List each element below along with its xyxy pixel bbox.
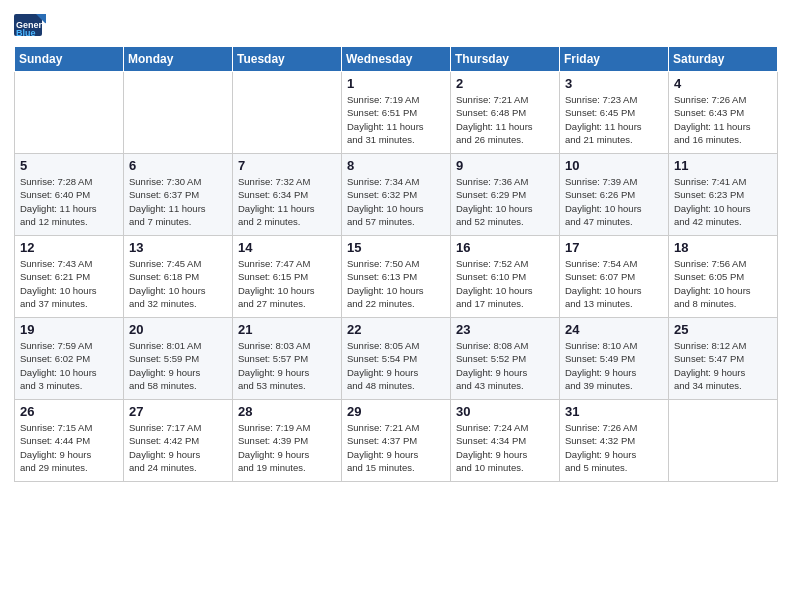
day-info: Sunrise: 7:47 AM Sunset: 6:15 PM Dayligh…	[238, 257, 336, 310]
day-info: Sunrise: 7:26 AM Sunset: 6:43 PM Dayligh…	[674, 93, 772, 146]
logo-icon: General Blue	[14, 14, 46, 40]
calendar-cell: 15Sunrise: 7:50 AM Sunset: 6:13 PM Dayli…	[342, 236, 451, 318]
day-number: 23	[456, 322, 554, 337]
calendar-cell: 7Sunrise: 7:32 AM Sunset: 6:34 PM Daylig…	[233, 154, 342, 236]
day-info: Sunrise: 7:26 AM Sunset: 4:32 PM Dayligh…	[565, 421, 663, 474]
logo: General Blue	[14, 14, 46, 40]
calendar-week-row: 26Sunrise: 7:15 AM Sunset: 4:44 PM Dayli…	[15, 400, 778, 482]
calendar-cell	[233, 72, 342, 154]
day-info: Sunrise: 7:30 AM Sunset: 6:37 PM Dayligh…	[129, 175, 227, 228]
day-info: Sunrise: 7:28 AM Sunset: 6:40 PM Dayligh…	[20, 175, 118, 228]
calendar-week-row: 19Sunrise: 7:59 AM Sunset: 6:02 PM Dayli…	[15, 318, 778, 400]
calendar-cell: 10Sunrise: 7:39 AM Sunset: 6:26 PM Dayli…	[560, 154, 669, 236]
day-number: 22	[347, 322, 445, 337]
day-info: Sunrise: 7:17 AM Sunset: 4:42 PM Dayligh…	[129, 421, 227, 474]
day-number: 29	[347, 404, 445, 419]
day-info: Sunrise: 7:19 AM Sunset: 4:39 PM Dayligh…	[238, 421, 336, 474]
day-number: 19	[20, 322, 118, 337]
calendar-cell: 6Sunrise: 7:30 AM Sunset: 6:37 PM Daylig…	[124, 154, 233, 236]
day-number: 13	[129, 240, 227, 255]
weekday-header: Saturday	[669, 47, 778, 72]
calendar-cell: 24Sunrise: 8:10 AM Sunset: 5:49 PM Dayli…	[560, 318, 669, 400]
page-container: General Blue SundayMondayTuesdayWednesda…	[0, 0, 792, 612]
day-number: 15	[347, 240, 445, 255]
day-info: Sunrise: 7:15 AM Sunset: 4:44 PM Dayligh…	[20, 421, 118, 474]
day-info: Sunrise: 7:34 AM Sunset: 6:32 PM Dayligh…	[347, 175, 445, 228]
day-info: Sunrise: 7:56 AM Sunset: 6:05 PM Dayligh…	[674, 257, 772, 310]
weekday-header: Sunday	[15, 47, 124, 72]
calendar-cell: 9Sunrise: 7:36 AM Sunset: 6:29 PM Daylig…	[451, 154, 560, 236]
calendar-cell: 11Sunrise: 7:41 AM Sunset: 6:23 PM Dayli…	[669, 154, 778, 236]
calendar-week-row: 12Sunrise: 7:43 AM Sunset: 6:21 PM Dayli…	[15, 236, 778, 318]
day-number: 26	[20, 404, 118, 419]
calendar-cell: 29Sunrise: 7:21 AM Sunset: 4:37 PM Dayli…	[342, 400, 451, 482]
day-info: Sunrise: 7:50 AM Sunset: 6:13 PM Dayligh…	[347, 257, 445, 310]
day-number: 16	[456, 240, 554, 255]
calendar-cell: 14Sunrise: 7:47 AM Sunset: 6:15 PM Dayli…	[233, 236, 342, 318]
day-info: Sunrise: 7:36 AM Sunset: 6:29 PM Dayligh…	[456, 175, 554, 228]
day-info: Sunrise: 7:52 AM Sunset: 6:10 PM Dayligh…	[456, 257, 554, 310]
header: General Blue	[14, 10, 778, 40]
day-info: Sunrise: 8:01 AM Sunset: 5:59 PM Dayligh…	[129, 339, 227, 392]
calendar-cell: 20Sunrise: 8:01 AM Sunset: 5:59 PM Dayli…	[124, 318, 233, 400]
day-info: Sunrise: 8:05 AM Sunset: 5:54 PM Dayligh…	[347, 339, 445, 392]
day-number: 12	[20, 240, 118, 255]
weekday-header: Wednesday	[342, 47, 451, 72]
day-info: Sunrise: 7:43 AM Sunset: 6:21 PM Dayligh…	[20, 257, 118, 310]
day-number: 9	[456, 158, 554, 173]
calendar-cell: 18Sunrise: 7:56 AM Sunset: 6:05 PM Dayli…	[669, 236, 778, 318]
day-number: 28	[238, 404, 336, 419]
day-number: 6	[129, 158, 227, 173]
day-number: 27	[129, 404, 227, 419]
day-number: 10	[565, 158, 663, 173]
calendar-cell: 17Sunrise: 7:54 AM Sunset: 6:07 PM Dayli…	[560, 236, 669, 318]
calendar-cell: 26Sunrise: 7:15 AM Sunset: 4:44 PM Dayli…	[15, 400, 124, 482]
day-info: Sunrise: 7:21 AM Sunset: 4:37 PM Dayligh…	[347, 421, 445, 474]
calendar-cell	[15, 72, 124, 154]
day-number: 25	[674, 322, 772, 337]
day-number: 20	[129, 322, 227, 337]
day-info: Sunrise: 8:08 AM Sunset: 5:52 PM Dayligh…	[456, 339, 554, 392]
day-number: 8	[347, 158, 445, 173]
day-number: 2	[456, 76, 554, 91]
calendar-week-row: 5Sunrise: 7:28 AM Sunset: 6:40 PM Daylig…	[15, 154, 778, 236]
calendar-table: SundayMondayTuesdayWednesdayThursdayFrid…	[14, 46, 778, 482]
day-info: Sunrise: 7:24 AM Sunset: 4:34 PM Dayligh…	[456, 421, 554, 474]
weekday-header-row: SundayMondayTuesdayWednesdayThursdayFrid…	[15, 47, 778, 72]
day-number: 5	[20, 158, 118, 173]
calendar-cell: 30Sunrise: 7:24 AM Sunset: 4:34 PM Dayli…	[451, 400, 560, 482]
day-number: 21	[238, 322, 336, 337]
calendar-cell: 23Sunrise: 8:08 AM Sunset: 5:52 PM Dayli…	[451, 318, 560, 400]
day-number: 31	[565, 404, 663, 419]
calendar-cell: 21Sunrise: 8:03 AM Sunset: 5:57 PM Dayli…	[233, 318, 342, 400]
day-info: Sunrise: 7:32 AM Sunset: 6:34 PM Dayligh…	[238, 175, 336, 228]
day-info: Sunrise: 7:23 AM Sunset: 6:45 PM Dayligh…	[565, 93, 663, 146]
day-info: Sunrise: 7:21 AM Sunset: 6:48 PM Dayligh…	[456, 93, 554, 146]
day-info: Sunrise: 7:54 AM Sunset: 6:07 PM Dayligh…	[565, 257, 663, 310]
svg-text:Blue: Blue	[16, 28, 36, 38]
calendar-cell: 3Sunrise: 7:23 AM Sunset: 6:45 PM Daylig…	[560, 72, 669, 154]
weekday-header: Friday	[560, 47, 669, 72]
day-info: Sunrise: 7:41 AM Sunset: 6:23 PM Dayligh…	[674, 175, 772, 228]
day-number: 4	[674, 76, 772, 91]
day-info: Sunrise: 7:39 AM Sunset: 6:26 PM Dayligh…	[565, 175, 663, 228]
calendar-cell: 22Sunrise: 8:05 AM Sunset: 5:54 PM Dayli…	[342, 318, 451, 400]
calendar-cell: 27Sunrise: 7:17 AM Sunset: 4:42 PM Dayli…	[124, 400, 233, 482]
weekday-header: Tuesday	[233, 47, 342, 72]
calendar-cell: 5Sunrise: 7:28 AM Sunset: 6:40 PM Daylig…	[15, 154, 124, 236]
day-number: 30	[456, 404, 554, 419]
day-number: 1	[347, 76, 445, 91]
day-number: 24	[565, 322, 663, 337]
calendar-cell: 31Sunrise: 7:26 AM Sunset: 4:32 PM Dayli…	[560, 400, 669, 482]
calendar-cell: 4Sunrise: 7:26 AM Sunset: 6:43 PM Daylig…	[669, 72, 778, 154]
day-number: 7	[238, 158, 336, 173]
calendar-cell: 28Sunrise: 7:19 AM Sunset: 4:39 PM Dayli…	[233, 400, 342, 482]
day-info: Sunrise: 8:10 AM Sunset: 5:49 PM Dayligh…	[565, 339, 663, 392]
calendar-cell: 19Sunrise: 7:59 AM Sunset: 6:02 PM Dayli…	[15, 318, 124, 400]
calendar-cell: 12Sunrise: 7:43 AM Sunset: 6:21 PM Dayli…	[15, 236, 124, 318]
calendar-cell: 13Sunrise: 7:45 AM Sunset: 6:18 PM Dayli…	[124, 236, 233, 318]
calendar-cell: 16Sunrise: 7:52 AM Sunset: 6:10 PM Dayli…	[451, 236, 560, 318]
weekday-header: Monday	[124, 47, 233, 72]
day-number: 3	[565, 76, 663, 91]
day-info: Sunrise: 7:45 AM Sunset: 6:18 PM Dayligh…	[129, 257, 227, 310]
